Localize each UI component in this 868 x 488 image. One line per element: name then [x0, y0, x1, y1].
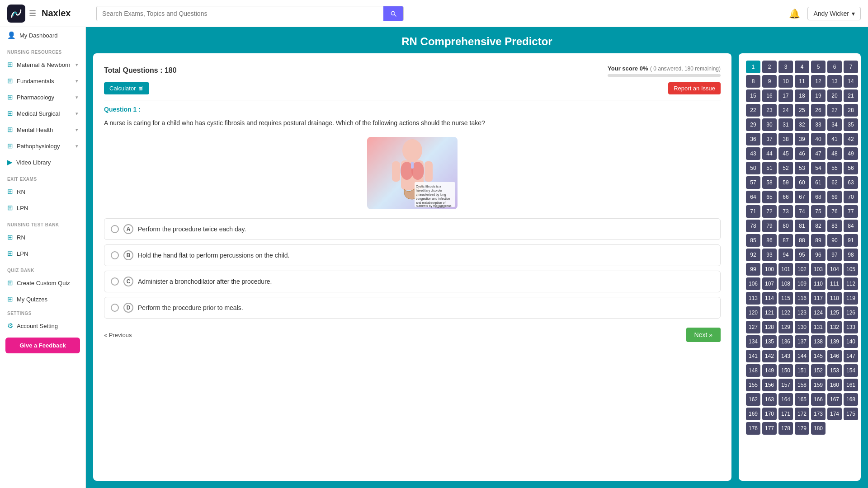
grid-number-47[interactable]: 47: [811, 147, 826, 160]
grid-number-157[interactable]: 157: [778, 379, 793, 391]
grid-number-167[interactable]: 167: [827, 393, 842, 406]
grid-number-123[interactable]: 123: [795, 306, 809, 319]
sidebar-item-rn-test[interactable]: ⊞ RN: [0, 229, 85, 245]
grid-number-136[interactable]: 136: [778, 335, 793, 348]
grid-number-80[interactable]: 80: [778, 220, 793, 232]
grid-number-38[interactable]: 38: [778, 133, 793, 145]
grid-number-96[interactable]: 96: [811, 249, 826, 261]
sidebar-item-video-library[interactable]: ▶ Video Library: [0, 154, 85, 170]
sidebar-item-rn-exit[interactable]: ⊞ RN: [0, 183, 85, 200]
grid-number-32[interactable]: 32: [795, 118, 809, 131]
grid-number-36[interactable]: 36: [746, 133, 760, 145]
hamburger-icon[interactable]: ☰: [29, 9, 36, 19]
calculator-button[interactable]: Calculator 🖩: [104, 82, 149, 94]
sidebar-item-pathophysiology[interactable]: ⊞ Pathophysiology ▾: [0, 138, 85, 154]
grid-number-176[interactable]: 176: [746, 422, 760, 435]
grid-number-17[interactable]: 17: [778, 89, 793, 102]
user-dropdown[interactable]: Andy Wicker ▾: [807, 7, 861, 20]
grid-number-145[interactable]: 145: [811, 350, 826, 362]
grid-number-175[interactable]: 175: [844, 408, 858, 420]
grid-number-165[interactable]: 165: [795, 393, 809, 406]
grid-number-161[interactable]: 161: [844, 379, 858, 391]
grid-number-99[interactable]: 99: [746, 263, 760, 276]
grid-number-12[interactable]: 12: [811, 75, 826, 88]
grid-number-103[interactable]: 103: [811, 263, 826, 276]
grid-number-104[interactable]: 104: [827, 263, 842, 276]
grid-number-56[interactable]: 56: [844, 162, 858, 174]
grid-number-118[interactable]: 118: [827, 292, 842, 305]
grid-number-93[interactable]: 93: [762, 249, 777, 261]
grid-number-114[interactable]: 114: [762, 292, 777, 305]
grid-number-100[interactable]: 100: [762, 263, 777, 276]
grid-number-128[interactable]: 128: [762, 321, 777, 333]
grid-number-142[interactable]: 142: [762, 350, 777, 362]
option-b[interactable]: B Hold the hand flat to perform percussi…: [104, 244, 721, 266]
grid-number-68[interactable]: 68: [811, 191, 826, 203]
sidebar-item-medical-surgical[interactable]: ⊞ Medical Surgical ▾: [0, 105, 85, 122]
grid-number-158[interactable]: 158: [795, 379, 809, 391]
option-d[interactable]: D Perform the procedure prior to meals.: [104, 297, 721, 319]
grid-number-120[interactable]: 120: [746, 306, 760, 319]
grid-number-7[interactable]: 7: [844, 61, 858, 73]
grid-number-58[interactable]: 58: [762, 176, 777, 189]
grid-number-42[interactable]: 42: [844, 133, 858, 145]
grid-number-113[interactable]: 113: [746, 292, 760, 305]
grid-number-45[interactable]: 45: [778, 147, 793, 160]
next-button[interactable]: Next »: [686, 328, 721, 342]
sidebar-item-my-dashboard[interactable]: 👤 My Dashboard: [0, 27, 85, 43]
grid-number-119[interactable]: 119: [844, 292, 858, 305]
grid-number-140[interactable]: 140: [844, 335, 858, 348]
grid-number-57[interactable]: 57: [746, 176, 760, 189]
grid-number-149[interactable]: 149: [762, 364, 777, 377]
sidebar-item-fundamentals[interactable]: ⊞ Fundamentals ▾: [0, 73, 85, 89]
grid-number-89[interactable]: 89: [811, 234, 826, 247]
search-button[interactable]: [383, 6, 403, 21]
grid-number-64[interactable]: 64: [746, 191, 760, 203]
grid-number-162[interactable]: 162: [746, 393, 760, 406]
grid-number-87[interactable]: 87: [778, 234, 793, 247]
grid-number-41[interactable]: 41: [827, 133, 842, 145]
grid-number-61[interactable]: 61: [811, 176, 826, 189]
grid-number-91[interactable]: 91: [844, 234, 858, 247]
grid-number-144[interactable]: 144: [795, 350, 809, 362]
grid-number-115[interactable]: 115: [778, 292, 793, 305]
search-input[interactable]: [97, 6, 383, 21]
grid-number-107[interactable]: 107: [762, 277, 777, 290]
grid-number-95[interactable]: 95: [795, 249, 809, 261]
grid-number-147[interactable]: 147: [844, 350, 858, 362]
grid-number-146[interactable]: 146: [827, 350, 842, 362]
grid-number-27[interactable]: 27: [827, 104, 842, 117]
grid-number-130[interactable]: 130: [795, 321, 809, 333]
grid-number-72[interactable]: 72: [762, 205, 777, 218]
grid-number-85[interactable]: 85: [746, 234, 760, 247]
grid-number-98[interactable]: 98: [844, 249, 858, 261]
sidebar-item-my-quizzes[interactable]: ⊞ My Quizzes: [0, 291, 85, 307]
grid-number-84[interactable]: 84: [844, 220, 858, 232]
grid-number-94[interactable]: 94: [778, 249, 793, 261]
grid-number-24[interactable]: 24: [778, 104, 793, 117]
grid-number-63[interactable]: 63: [844, 176, 858, 189]
sidebar-item-mental-health[interactable]: ⊞ Mental Health ▾: [0, 122, 85, 138]
grid-number-138[interactable]: 138: [811, 335, 826, 348]
option-c[interactable]: C Administer a bronchodilator after the …: [104, 271, 721, 292]
grid-number-121[interactable]: 121: [762, 306, 777, 319]
grid-number-78[interactable]: 78: [746, 220, 760, 232]
radio-a[interactable]: [111, 225, 119, 233]
grid-number-159[interactable]: 159: [811, 379, 826, 391]
grid-number-22[interactable]: 22: [746, 104, 760, 117]
grid-number-43[interactable]: 43: [746, 147, 760, 160]
grid-number-82[interactable]: 82: [811, 220, 826, 232]
grid-number-75[interactable]: 75: [811, 205, 826, 218]
sidebar-item-pharmacology[interactable]: ⊞ Pharmacology ▾: [0, 89, 85, 105]
grid-number-39[interactable]: 39: [795, 133, 809, 145]
grid-number-26[interactable]: 26: [811, 104, 826, 117]
sidebar-item-lpn-test[interactable]: ⊞ LPN: [0, 245, 85, 262]
grid-number-2[interactable]: 2: [762, 61, 777, 73]
sidebar-item-create-quiz[interactable]: ⊞ Create Custom Quiz: [0, 275, 85, 291]
grid-number-151[interactable]: 151: [795, 364, 809, 377]
grid-number-124[interactable]: 124: [811, 306, 826, 319]
grid-number-46[interactable]: 46: [795, 147, 809, 160]
grid-number-23[interactable]: 23: [762, 104, 777, 117]
grid-number-172[interactable]: 172: [795, 408, 809, 420]
grid-number-9[interactable]: 9: [762, 75, 777, 88]
